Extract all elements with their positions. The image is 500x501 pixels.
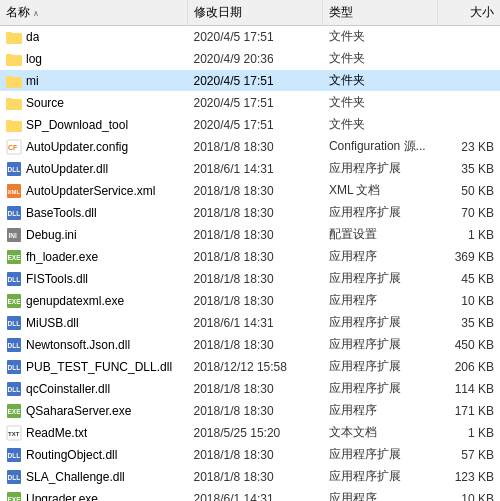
- file-name: mi: [26, 74, 39, 88]
- file-name: AutoUpdaterService.xml: [26, 184, 155, 198]
- exe-icon: EXE: [6, 249, 22, 265]
- dll-icon: DLL: [6, 271, 22, 287]
- table-row[interactable]: EXE Upgrader.exe 2018/6/1 14:31应用程序10 KB: [0, 488, 500, 502]
- svg-rect-9: [6, 120, 12, 123]
- table-row[interactable]: TXT ReadMe.txt 2018/5/25 15:20文本文档1 KB: [0, 422, 500, 444]
- file-date: 2020/4/5 17:51: [188, 70, 323, 92]
- file-type: 应用程序扩展: [323, 378, 438, 400]
- exe-icon: EXE: [6, 491, 22, 502]
- file-date: 2018/5/25 15:20: [188, 422, 323, 444]
- folder-icon: [6, 96, 22, 110]
- table-row[interactable]: DLL qcCoinstaller.dll 2018/1/8 18:30应用程序…: [0, 378, 500, 400]
- file-name: ReadMe.txt: [26, 426, 87, 440]
- table-row[interactable]: SP_Download_tool 2020/4/5 17:51文件夹: [0, 114, 500, 136]
- file-rows: da 2020/4/5 17:51文件夹 log 2020/4/9 20:36文…: [0, 26, 500, 502]
- file-type: 应用程序扩展: [323, 312, 438, 334]
- table-row[interactable]: Source 2020/4/5 17:51文件夹: [0, 92, 500, 114]
- file-date: 2020/4/9 20:36: [188, 48, 323, 70]
- file-type: Configuration 源...: [323, 136, 438, 158]
- table-header: 名称 ∧ 修改日期 类型 大小: [0, 0, 500, 26]
- col-header-type[interactable]: 类型: [323, 0, 438, 26]
- svg-text:INI: INI: [9, 232, 18, 239]
- dll-icon: DLL: [6, 205, 22, 221]
- table-row[interactable]: DLL MiUSB.dll 2018/6/1 14:31应用程序扩展35 KB: [0, 312, 500, 334]
- col-header-date[interactable]: 修改日期: [188, 0, 323, 26]
- file-size: 35 KB: [437, 158, 500, 180]
- table-row[interactable]: DLL BaseTools.dll 2018/1/8 18:30应用程序扩展70…: [0, 202, 500, 224]
- file-type: 应用程序扩展: [323, 444, 438, 466]
- file-name: da: [26, 30, 39, 44]
- file-date: 2018/1/8 18:30: [188, 202, 323, 224]
- file-size: [437, 70, 500, 92]
- txt-icon: TXT: [6, 425, 22, 441]
- file-size: [437, 114, 500, 136]
- svg-text:DLL: DLL: [8, 166, 21, 173]
- file-date: 2018/6/1 14:31: [188, 488, 323, 502]
- file-name: AutoUpdater.config: [26, 140, 128, 154]
- file-type: 应用程序扩展: [323, 158, 438, 180]
- table-row[interactable]: INI Debug.ini 2018/1/8 18:30配置设置1 KB: [0, 224, 500, 246]
- file-name-cell: TXT ReadMe.txt: [0, 422, 188, 444]
- svg-text:XML: XML: [8, 189, 21, 195]
- file-size: [437, 48, 500, 70]
- file-date: 2018/1/8 18:30: [188, 290, 323, 312]
- table-row[interactable]: CF AutoUpdater.config 2018/1/8 18:30Conf…: [0, 136, 500, 158]
- file-name-cell: EXE fh_loader.exe: [0, 246, 188, 268]
- svg-text:DLL: DLL: [8, 320, 21, 327]
- file-name: AutoUpdater.dll: [26, 162, 108, 176]
- table-row[interactable]: XML AutoUpdaterService.xml 2018/1/8 18:3…: [0, 180, 500, 202]
- file-size: 57 KB: [437, 444, 500, 466]
- folder-icon: [6, 52, 22, 66]
- svg-text:DLL: DLL: [8, 210, 21, 217]
- table-row[interactable]: EXE fh_loader.exe 2018/1/8 18:30应用程序369 …: [0, 246, 500, 268]
- file-name-cell: DLL MiUSB.dll: [0, 312, 188, 334]
- file-name-cell: SP_Download_tool: [0, 114, 188, 136]
- col-header-name[interactable]: 名称 ∧: [0, 0, 188, 26]
- file-name-cell: DLL Newtonsoft.Json.dll: [0, 334, 188, 356]
- file-date: 2018/1/8 18:30: [188, 246, 323, 268]
- file-name-cell: Source: [0, 92, 188, 114]
- exe-icon: EXE: [6, 403, 22, 419]
- table-row[interactable]: DLL SLA_Challenge.dll 2018/1/8 18:30应用程序…: [0, 466, 500, 488]
- file-name-cell: EXE Upgrader.exe: [0, 488, 188, 502]
- file-name-cell: DLL AutoUpdater.dll: [0, 158, 188, 180]
- table-row[interactable]: mi 2020/4/5 17:51文件夹: [0, 70, 500, 92]
- file-explorer[interactable]: 名称 ∧ 修改日期 类型 大小 da 2020/4/5 17:51文件夹: [0, 0, 500, 501]
- file-date: 2018/1/8 18:30: [188, 444, 323, 466]
- table-row[interactable]: DLL AutoUpdater.dll 2018/6/1 14:31应用程序扩展…: [0, 158, 500, 180]
- exe-icon: EXE: [6, 293, 22, 309]
- col-header-size[interactable]: 大小: [437, 0, 500, 26]
- file-name: PUB_TEST_FUNC_DLL.dll: [26, 360, 172, 374]
- table-row[interactable]: da 2020/4/5 17:51文件夹: [0, 26, 500, 48]
- dll-icon: DLL: [6, 381, 22, 397]
- dll-icon: DLL: [6, 315, 22, 331]
- file-type: 应用程序扩展: [323, 334, 438, 356]
- file-date: 2018/1/8 18:30: [188, 378, 323, 400]
- folder-icon: [6, 95, 22, 111]
- dll-icon: DLL: [6, 161, 22, 177]
- table-row[interactable]: DLL PUB_TEST_FUNC_DLL.dll 2018/12/12 15:…: [0, 356, 500, 378]
- file-size: 45 KB: [437, 268, 500, 290]
- file-size: 114 KB: [437, 378, 500, 400]
- table-row[interactable]: EXE QSaharaServer.exe 2018/1/8 18:30应用程序…: [0, 400, 500, 422]
- config-icon: CF: [6, 139, 22, 155]
- xml-icon: XML: [6, 183, 22, 199]
- table-row[interactable]: DLL RoutingObject.dll 2018/1/8 18:30应用程序…: [0, 444, 500, 466]
- table-row[interactable]: DLL Newtonsoft.Json.dll 2018/1/8 18:30应用…: [0, 334, 500, 356]
- file-size: 171 KB: [437, 400, 500, 422]
- table-row[interactable]: EXE genupdatexml.exe 2018/1/8 18:30应用程序1…: [0, 290, 500, 312]
- file-date: 2020/4/5 17:51: [188, 92, 323, 114]
- exe-icon: EXE: [6, 249, 22, 265]
- file-date: 2020/4/5 17:51: [188, 114, 323, 136]
- file-name: Source: [26, 96, 64, 110]
- file-date: 2018/1/8 18:30: [188, 224, 323, 246]
- dll-icon: DLL: [6, 447, 22, 463]
- file-size: 10 KB: [437, 488, 500, 502]
- table-row[interactable]: log 2020/4/9 20:36文件夹: [0, 48, 500, 70]
- svg-text:DLL: DLL: [8, 386, 21, 393]
- file-name-cell: mi: [0, 70, 188, 92]
- file-type: 应用程序扩展: [323, 202, 438, 224]
- file-type: 应用程序: [323, 246, 438, 268]
- table-row[interactable]: DLL FISTools.dll 2018/1/8 18:30应用程序扩展45 …: [0, 268, 500, 290]
- file-date: 2018/12/12 15:58: [188, 356, 323, 378]
